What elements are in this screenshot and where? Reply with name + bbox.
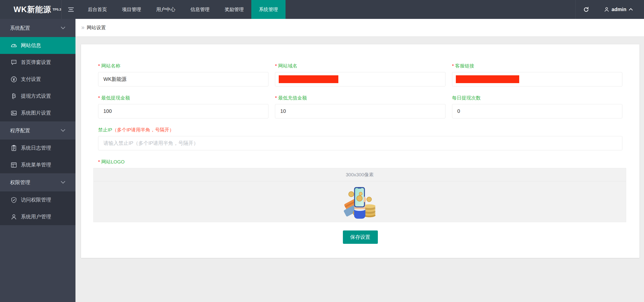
field-daily-withdraw: 每日提现次数 [452, 95, 622, 118]
sidebar-item-system-images[interactable]: 系统图片设置 [0, 105, 75, 121]
min-withdraw-label: 最低提现金额 [101, 95, 130, 101]
site-logo-label: 网站LOGO [101, 159, 125, 165]
sidebar-item-system-logs[interactable]: 系统日志管理 [0, 140, 75, 156]
sidebar-item-withdraw-method[interactable]: 提现方式设置 [0, 88, 75, 105]
sidebar-item-system-users[interactable]: 系统用户管理 [0, 208, 75, 225]
hamburger-menu-icon[interactable] [62, 0, 80, 19]
app-logo: WK新能源 TP5.3 [0, 0, 62, 19]
topbar: WK新能源 TP5.3 后台首页 项目管理 用户中心 信息管理 奖励管理 系统管… [0, 0, 644, 19]
site-domain-label: 网站域名 [278, 63, 297, 69]
popup-comment-icon [10, 59, 17, 66]
logo-upload-area[interactable]: 300x300像素 [93, 168, 626, 222]
menu-window-icon [10, 162, 17, 168]
sidebar-item-home-popup[interactable]: 首页弹窗设置 [0, 54, 75, 71]
image-icon [10, 110, 17, 116]
brand-version: TP5.3 [53, 6, 61, 13]
banned-ip-input[interactable] [98, 136, 622, 150]
redaction-block [279, 75, 338, 83]
nav-projects[interactable]: 项目管理 [114, 0, 149, 19]
bitcoin-icon [10, 93, 17, 99]
sidebar-item-access-permissions[interactable]: 访问权限管理 [0, 191, 75, 208]
nav-info[interactable]: 信息管理 [183, 0, 217, 19]
content: *网站名称 *网站域名 *客服链接 [75, 37, 644, 302]
main-area: » 网站设置 *网站名称 *网站域名 *客服链接 [75, 19, 644, 302]
chevron-down-icon [61, 26, 65, 29]
user-icon [604, 7, 609, 12]
sidebar-item-payment-settings[interactable]: 支付设置 [0, 71, 75, 88]
min-recharge-label: 最低充值金额 [278, 95, 307, 101]
nav-user-center[interactable]: 用户中心 [149, 0, 183, 19]
site-name-label: 网站名称 [101, 63, 120, 69]
service-link-input[interactable] [452, 72, 622, 86]
nav-system[interactable]: 系统管理 [251, 0, 286, 19]
topbar-right: admin [575, 0, 644, 19]
user-icon [10, 214, 17, 220]
top-navigation: 后台首页 项目管理 用户中心 信息管理 奖励管理 系统管理 [80, 0, 286, 19]
sidebar-group-permissions[interactable]: 权限管理 [0, 173, 75, 191]
min-withdraw-input[interactable] [98, 104, 268, 118]
payment-yuan-icon [10, 76, 17, 83]
site-name-input[interactable] [98, 72, 268, 86]
chevron-down-icon [61, 181, 65, 184]
sidebar-group-program-config[interactable]: 程序配置 [0, 121, 75, 140]
redaction-block [456, 75, 519, 83]
username: admin [612, 7, 626, 12]
field-banned-ip: 禁止IP （多个IP请用半角，号隔开） [98, 127, 622, 150]
user-dropdown[interactable]: admin [596, 0, 644, 19]
min-recharge-input[interactable] [275, 104, 445, 118]
nav-dashboard[interactable]: 后台首页 [80, 0, 114, 19]
field-min-withdraw: *最低提现金额 [98, 95, 268, 118]
daily-withdraw-input[interactable] [452, 104, 622, 118]
site-domain-input[interactable] [275, 72, 445, 86]
breadcrumb: » 网站设置 [75, 19, 644, 37]
banned-ip-label: 禁止IP [98, 127, 112, 133]
field-service-link: *客服链接 [452, 63, 622, 86]
nav-rewards[interactable]: 奖励管理 [217, 0, 251, 19]
logo-preview-image [341, 183, 379, 220]
banned-ip-note: （多个IP请用半角，号隔开） [112, 127, 174, 133]
gauge-icon [10, 42, 17, 49]
refresh-icon[interactable] [575, 0, 596, 19]
settings-form-card: *网站名称 *网站域名 *客服链接 [81, 44, 639, 258]
sidebar-item-system-menus[interactable]: 系统菜单管理 [0, 156, 75, 173]
sidebar-item-site-info[interactable]: 网站信息 [0, 37, 75, 54]
page-title: 网站设置 [87, 24, 106, 31]
save-settings-button[interactable]: 保存设置 [343, 230, 378, 244]
brand-name: WK新能源 [14, 4, 51, 15]
field-min-recharge: *最低充值金额 [275, 95, 445, 118]
service-link-label: 客服链接 [455, 63, 474, 69]
shield-check-icon [10, 197, 17, 203]
chevron-up-icon [629, 8, 633, 11]
logo-size-hint: 300x300像素 [94, 168, 626, 181]
breadcrumb-sep-icon: » [81, 25, 85, 30]
sidebar-group-system-config[interactable]: 系统配置 [0, 19, 75, 37]
sidebar: 系统配置 网站信息 首页弹窗设置 支付设置 提现方式设置 系统图片设置 程序配置 [0, 19, 75, 302]
log-clipboard-icon [10, 145, 17, 151]
field-site-name: *网站名称 [98, 63, 268, 86]
chevron-down-icon [61, 129, 65, 132]
field-site-domain: *网站域名 [275, 63, 445, 86]
daily-withdraw-label: 每日提现次数 [452, 95, 481, 101]
field-site-logo: *网站LOGO 300x300像素 [98, 159, 622, 222]
